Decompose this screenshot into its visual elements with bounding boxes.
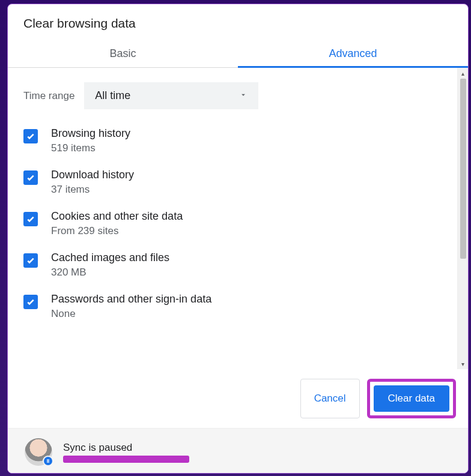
dialog-title: Clear browsing data <box>8 4 468 39</box>
checkbox-download-history[interactable] <box>23 170 38 185</box>
time-range-row: Time range All time <box>23 82 442 109</box>
option-subtitle: 320 MB <box>51 267 169 279</box>
option-subtitle: From 239 sites <box>51 225 183 237</box>
scroll-up-icon[interactable]: ▴ <box>458 68 468 79</box>
option-cache: Cached images and files 320 MB <box>23 252 442 279</box>
content-scroll: Time range All time Browsing history 519… <box>8 68 457 369</box>
option-browsing-history: Browsing history 519 items <box>23 127 442 154</box>
checkbox-cookies[interactable] <box>23 212 38 226</box>
option-subtitle: None <box>51 308 211 320</box>
option-cookies: Cookies and other site data From 239 sit… <box>23 210 442 237</box>
checkbox-passwords[interactable] <box>23 295 38 309</box>
checkbox-browsing-history[interactable] <box>23 129 38 143</box>
sync-text: Sync is paused <box>63 442 189 463</box>
clear-data-button[interactable]: Clear data <box>374 385 449 412</box>
time-range-select[interactable]: All time <box>84 82 258 109</box>
option-title: Download history <box>51 169 134 181</box>
checkbox-cache[interactable] <box>23 253 38 268</box>
option-subtitle: 37 items <box>51 184 134 196</box>
content-area: Time range All time Browsing history 519… <box>8 68 468 369</box>
option-title: Passwords and other sign-in data <box>51 293 211 306</box>
tab-advanced[interactable]: Advanced <box>238 39 468 67</box>
avatar <box>25 438 52 466</box>
option-download-history: Download history 37 items <box>23 169 442 196</box>
option-title: Browsing history <box>51 127 130 140</box>
option-subtitle: 519 items <box>51 142 130 154</box>
dialog-footer: Cancel Clear data <box>8 369 468 429</box>
option-title: Cached images and files <box>51 252 169 264</box>
time-range-label: Time range <box>23 90 74 102</box>
redacted-email <box>63 456 189 463</box>
option-passwords: Passwords and other sign-in data None <box>23 293 442 320</box>
scroll-down-icon[interactable]: ▾ <box>458 358 468 369</box>
scrollbar[interactable]: ▴ ▾ <box>457 68 468 369</box>
time-range-value: All time <box>95 89 130 102</box>
chevron-down-icon <box>239 89 248 102</box>
tab-basic[interactable]: Basic <box>8 39 238 67</box>
tabs: Basic Advanced <box>8 39 468 68</box>
sync-pause-icon <box>43 456 53 466</box>
option-title: Cookies and other site data <box>51 210 183 223</box>
clear-browsing-data-dialog: Clear browsing data Basic Advanced Time … <box>7 4 469 474</box>
sync-status-label: Sync is paused <box>63 442 189 454</box>
cancel-button[interactable]: Cancel <box>300 379 360 418</box>
annotation-highlight: Clear data <box>367 379 456 418</box>
sync-status-row[interactable]: Sync is paused <box>8 429 468 473</box>
scrollbar-thumb[interactable] <box>460 79 466 259</box>
